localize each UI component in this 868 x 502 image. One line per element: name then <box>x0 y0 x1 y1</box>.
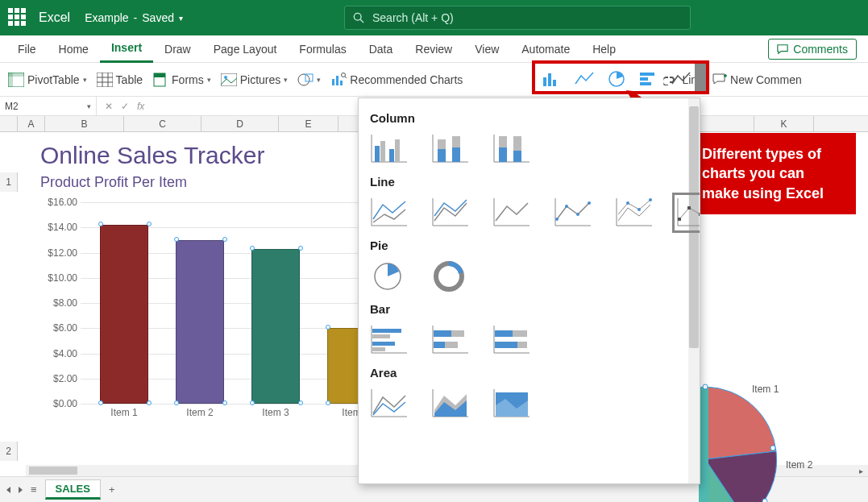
mini-pie-chart-icon[interactable] <box>604 68 629 89</box>
y-axis-label: $12.00 <box>48 247 77 259</box>
confirm-icon[interactable]: ✓ <box>121 101 129 112</box>
pivot-icon <box>8 73 24 87</box>
app-launcher-icon[interactable] <box>8 8 27 27</box>
row-header[interactable]: 2 <box>0 442 18 461</box>
svg-line-1 <box>360 19 363 23</box>
chart-plot-area: $0.00$2.00$4.00$6.00$8.00$10.00$12.00$14… <box>40 202 363 420</box>
mini-line-chart-icon[interactable] <box>572 68 596 89</box>
svg-point-63 <box>555 218 559 221</box>
svg-rect-23 <box>543 77 546 86</box>
pictures-button[interactable]: Pictures▾ <box>218 72 292 88</box>
col-header[interactable]: E <box>279 116 338 131</box>
bar[interactable] <box>251 249 300 404</box>
doughnut-thumb[interactable] <box>431 260 470 292</box>
svg-point-34 <box>770 446 775 450</box>
line-thumb[interactable] <box>370 197 409 229</box>
svg-point-71 <box>649 198 652 201</box>
line-markers-thumb[interactable] <box>554 197 592 229</box>
document-name[interactable]: Example - Saved ▾ <box>85 11 183 24</box>
tab-formulas[interactable]: Formulas <box>288 35 357 63</box>
app-name: Excel <box>39 10 70 25</box>
100-stacked-area-thumb[interactable] <box>492 388 531 420</box>
new-comment-button[interactable]: New Commen <box>709 72 805 88</box>
stacked-area-thumb[interactable] <box>431 388 470 420</box>
panel-section-area: Area <box>370 366 688 380</box>
100-stacked-column-thumb[interactable] <box>492 133 531 165</box>
fx-icon[interactable]: fx <box>137 101 144 112</box>
100-stacked-bar-thumb[interactable] <box>492 324 531 356</box>
svg-point-0 <box>354 13 361 20</box>
tab-file[interactable]: File <box>6 35 48 63</box>
bar[interactable] <box>176 240 224 404</box>
clustered-column-thumb[interactable] <box>370 133 409 165</box>
all-sheets-icon[interactable]: ≡ <box>31 483 37 496</box>
comments-button[interactable]: Comments <box>768 39 857 60</box>
mini-bar-chart-icon[interactable] <box>637 68 661 89</box>
row-header[interactable]: 1 <box>0 172 18 192</box>
forms-button[interactable]: Forms▾ <box>149 71 214 89</box>
100-stacked-line-thumb[interactable] <box>492 197 531 229</box>
add-sheet-button[interactable]: + <box>109 483 115 496</box>
cancel-icon[interactable]: ✕ <box>105 101 113 112</box>
svg-rect-74 <box>678 218 681 221</box>
col-header[interactable]: B <box>45 116 124 131</box>
svg-rect-29 <box>640 82 651 85</box>
stacked-column-thumb[interactable] <box>431 133 470 165</box>
svg-rect-11 <box>154 73 165 77</box>
svg-point-35 <box>762 499 767 502</box>
chevron-down-icon: ▾ <box>179 14 183 23</box>
tab-data[interactable]: Data <box>358 35 405 63</box>
tab-review[interactable]: Review <box>404 35 463 63</box>
prev-sheet-icon[interactable] <box>6 487 10 493</box>
tab-draw[interactable]: Draw <box>153 35 202 63</box>
clustered-bar-thumb[interactable] <box>370 324 409 356</box>
stacked-bar-thumb[interactable] <box>431 324 470 356</box>
embedded-pie-chart[interactable]: Item 1 Item 2 Item 3 <box>689 379 850 502</box>
tab-help[interactable]: Help <box>581 35 627 63</box>
next-sheet-icon[interactable] <box>19 487 23 493</box>
mini-column-chart-icon[interactable] <box>540 68 564 89</box>
chart-gallery-dropdown[interactable] <box>695 64 706 91</box>
tab-home[interactable]: Home <box>48 35 100 63</box>
search-icon <box>353 12 364 23</box>
col-header[interactable]: K <box>754 116 814 131</box>
y-axis-label: $6.00 <box>53 322 77 334</box>
pie-thumb[interactable] <box>370 260 409 292</box>
y-axis-label: $10.00 <box>48 272 77 284</box>
svg-rect-48 <box>452 147 460 162</box>
tab-page-layout[interactable]: Page Layout <box>202 35 289 63</box>
sheet-tab[interactable]: SALES <box>45 479 101 500</box>
recommended-charts-button[interactable]: Recommended Charts <box>327 71 466 89</box>
pivot-table-button[interactable]: PivotTable▾ <box>5 71 90 89</box>
col-header[interactable]: A <box>18 116 45 131</box>
comment-icon <box>777 44 788 55</box>
stacked-line-thumb[interactable] <box>431 197 470 229</box>
comment-plus-icon <box>712 73 727 86</box>
mini-area-chart-icon[interactable] <box>669 68 693 89</box>
svg-rect-40 <box>380 141 385 162</box>
area-thumb[interactable] <box>370 388 409 420</box>
chart-type-panel: Column Line Pie Bar Area <box>358 97 700 484</box>
table-button[interactable]: Table <box>93 71 146 89</box>
col-header[interactable]: D <box>201 116 279 131</box>
name-box[interactable]: M2▾ <box>0 97 97 115</box>
svg-rect-97 <box>495 342 517 348</box>
shapes-button[interactable]: ▾ <box>294 71 324 89</box>
stacked-line-markers-thumb[interactable] <box>615 197 654 229</box>
tab-view[interactable]: View <box>463 35 510 63</box>
panel-section-bar: Bar <box>370 302 688 316</box>
svg-rect-95 <box>495 330 513 337</box>
svg-rect-85 <box>372 347 385 351</box>
bar[interactable] <box>100 225 148 404</box>
y-axis-label: $0.00 <box>53 398 77 409</box>
tab-automate[interactable]: Automate <box>510 35 581 63</box>
svg-line-20 <box>345 77 347 78</box>
tab-insert[interactable]: Insert <box>100 35 153 63</box>
col-header[interactable]: C <box>124 116 201 131</box>
y-axis-label: $4.00 <box>53 348 77 359</box>
100-stacked-line-markers-thumb[interactable] <box>676 197 700 229</box>
panel-scrollbar[interactable] <box>688 98 700 483</box>
svg-rect-91 <box>434 342 445 348</box>
search-input[interactable]: Search (Alt + Q) <box>344 6 691 30</box>
x-axis-label: Item 3 <box>243 407 308 418</box>
